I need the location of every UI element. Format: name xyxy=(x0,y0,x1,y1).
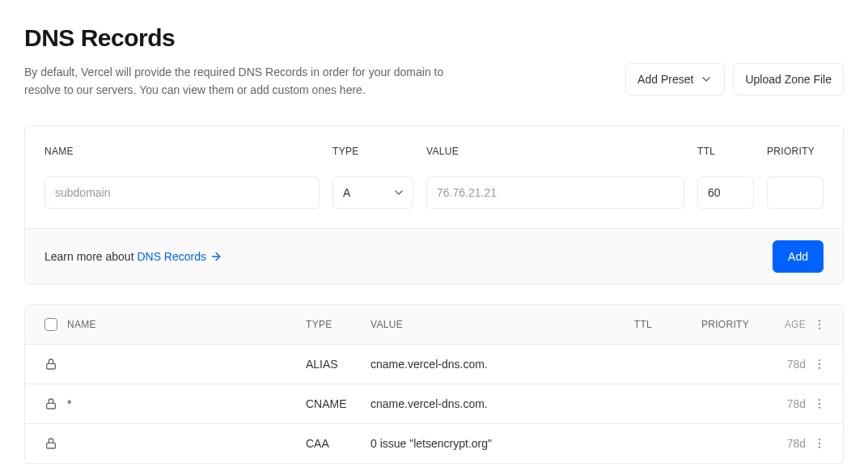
table-row: * CNAME cname.vercel-dns.com. 78d xyxy=(25,384,843,424)
svg-point-15 xyxy=(819,446,820,447)
svg-point-10 xyxy=(819,403,820,405)
svg-point-11 xyxy=(819,406,820,408)
header-age: AGE xyxy=(749,319,806,330)
svg-point-1 xyxy=(819,320,820,321)
svg-point-2 xyxy=(819,324,820,325)
svg-point-3 xyxy=(819,327,820,329)
lock-icon xyxy=(44,358,57,371)
header-name: NAME xyxy=(67,319,306,330)
cell-value: 0 issue "letsencrypt.org" xyxy=(370,437,579,450)
value-input[interactable] xyxy=(426,176,684,209)
svg-point-6 xyxy=(819,363,820,365)
row-menu-icon[interactable] xyxy=(813,437,826,450)
add-preset-label: Add Preset xyxy=(637,73,693,86)
ttl-input[interactable] xyxy=(697,176,754,209)
table-header: NAME TYPE VALUE TTL PRIORITY AGE xyxy=(25,305,843,345)
form-label-priority: PRIORITY xyxy=(767,146,824,157)
header-ttl: TTL xyxy=(579,319,652,330)
arrow-right-icon xyxy=(210,250,222,263)
priority-input[interactable] xyxy=(767,176,824,209)
chevron-down-icon xyxy=(700,73,713,86)
header-menu-icon[interactable] xyxy=(813,318,826,331)
form-label-ttl: TTL xyxy=(697,146,754,157)
header-priority: PRIORITY xyxy=(652,319,749,330)
add-button[interactable]: Add xyxy=(773,240,824,273)
dns-form-panel: NAME TYPE A VALUE TTL xyxy=(24,125,844,285)
row-menu-icon[interactable] xyxy=(813,397,826,410)
learn-more-link[interactable]: DNS Records xyxy=(137,250,222,263)
name-input[interactable] xyxy=(44,176,320,209)
add-preset-button[interactable]: Add Preset xyxy=(625,63,725,95)
cell-age: 78d xyxy=(749,437,806,450)
svg-point-13 xyxy=(819,439,820,440)
row-menu-icon[interactable] xyxy=(813,358,826,371)
select-all-checkbox[interactable] xyxy=(44,318,57,331)
header-value: VALUE xyxy=(370,319,579,330)
svg-point-9 xyxy=(819,399,820,401)
svg-rect-4 xyxy=(47,363,56,369)
form-label-name: NAME xyxy=(44,146,320,157)
header-type: TYPE xyxy=(306,319,370,330)
table-row: CAA 0 issue "letsencrypt.org" 78d xyxy=(25,424,843,464)
form-label-value: VALUE xyxy=(426,146,684,157)
learn-more-text: Learn more about DNS Records xyxy=(44,250,222,263)
cell-value: cname.vercel-dns.com. xyxy=(370,397,579,410)
form-label-type: TYPE xyxy=(332,146,413,157)
svg-point-7 xyxy=(819,367,820,368)
cell-name: * xyxy=(67,397,306,410)
page-description: By default, Vercel will provide the requ… xyxy=(24,63,477,100)
table-row: ALIAS cname.vercel-dns.com. 78d xyxy=(25,345,843,384)
cell-value: cname.vercel-dns.com. xyxy=(370,358,579,371)
type-select[interactable]: A xyxy=(332,176,413,209)
svg-point-14 xyxy=(819,443,820,444)
cell-type: CAA xyxy=(306,437,370,450)
cell-age: 78d xyxy=(749,358,806,371)
upload-zone-label: Upload Zone File xyxy=(745,73,832,86)
lock-icon xyxy=(44,437,57,450)
page-title: DNS Records xyxy=(24,24,477,52)
cell-age: 78d xyxy=(749,397,806,410)
svg-rect-8 xyxy=(47,403,56,409)
cell-type: ALIAS xyxy=(306,358,370,371)
svg-point-5 xyxy=(819,359,820,361)
lock-icon xyxy=(44,397,57,410)
cell-type: CNAME xyxy=(306,397,370,410)
upload-zone-file-button[interactable]: Upload Zone File xyxy=(733,63,844,95)
svg-rect-12 xyxy=(47,443,56,448)
dns-records-table: NAME TYPE VALUE TTL PRIORITY AGE ALIAS c… xyxy=(24,304,844,464)
